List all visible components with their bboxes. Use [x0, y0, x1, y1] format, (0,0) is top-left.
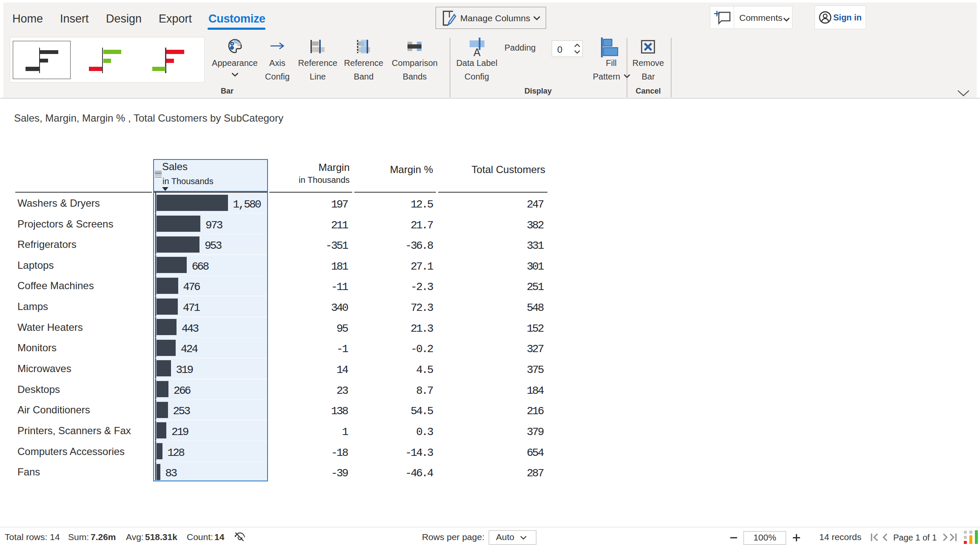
svg-text:A: A: [473, 46, 481, 58]
